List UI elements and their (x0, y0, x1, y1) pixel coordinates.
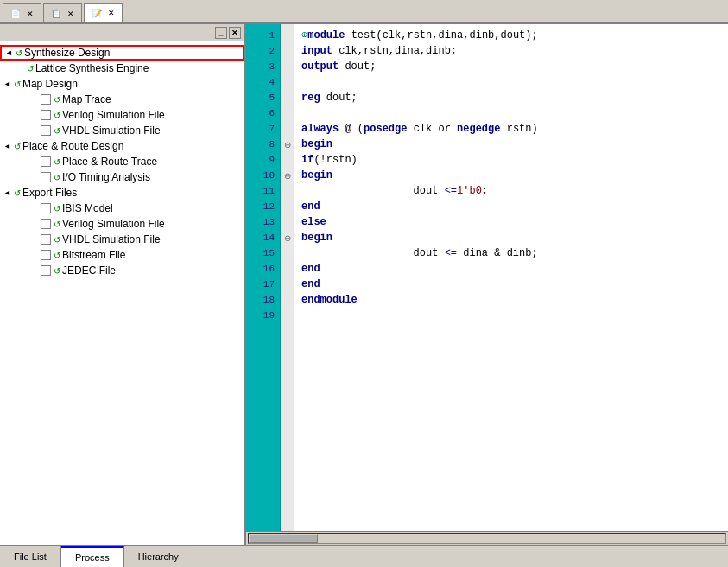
fold-marker-4 (281, 74, 294, 90)
tree-checkbox-ibis-model[interactable] (41, 203, 51, 213)
refresh-icon-export-files: ↺ (14, 188, 21, 198)
tree-arrow-export-files[interactable]: ◄ (3, 188, 11, 197)
bottom-tab-process[interactable]: Process (61, 546, 124, 567)
tab-start-page-close[interactable]: ✕ (27, 10, 34, 18)
code-line-18: endmodule (301, 292, 721, 308)
code-line-6 (301, 105, 721, 121)
fold-marker-5 (281, 90, 294, 105)
tab-bar: 📄 ✕ 📋 ✕ 📝 ✕ (0, 0, 728, 24)
fold-marker-6 (281, 105, 294, 121)
panel-close-button[interactable]: ✕ (229, 27, 241, 39)
refresh-icon-bitstream-file: ↺ (54, 251, 60, 260)
line-number-2: 2 (246, 43, 275, 59)
tree-arrow-synthesize-design[interactable]: ◄ (5, 48, 13, 57)
tree-item-place-route-design[interactable]: ◄↺Place & Route Design (0, 138, 244, 154)
tree-item-vhdl-sim-file-2[interactable]: ↺VHDL Simulation File (0, 232, 244, 247)
code-line-7: always @ (posedge clk or negedge rstn) (301, 121, 721, 137)
fold-marker-13 (281, 214, 294, 230)
tree-checkbox-bitstream-file[interactable] (41, 250, 51, 260)
line-number-7: 7 (246, 121, 275, 137)
code-line-4 (301, 74, 721, 90)
tree-label-bitstream-file: Bitstream File (62, 249, 125, 261)
line-number-14: 14 (246, 230, 275, 245)
refresh-icon-jedec-file: ↺ (54, 266, 60, 276)
tree-label-lattice-synthesis-engine: Lattice Synthesis Engine (35, 62, 149, 74)
bottom-tab-hierarchy[interactable]: Hierarchy (124, 546, 193, 567)
tree-label-map-design: Map Design (22, 78, 78, 90)
code-area[interactable]: ⊕module test(clk,rstn,dina,dinb,dout); i… (294, 24, 728, 531)
tree-arrow-map-design[interactable]: ◄ (3, 80, 11, 88)
tree-item-bitstream-file[interactable]: ↺Bitstream File (0, 247, 244, 263)
fold-marker-18 (281, 292, 294, 308)
scrollbar-thumb[interactable] (249, 534, 318, 543)
code-line-2: input clk,rstn,dina,dinb; (301, 43, 721, 59)
tree-checkbox-vhdl-sim-file-2[interactable] (41, 234, 51, 245)
refresh-icon-place-route-design: ↺ (14, 142, 21, 151)
fold-marker-15 (281, 245, 294, 261)
bottom-tabs: File ListProcessHierarchy (0, 545, 728, 567)
tree-checkbox-verilog-sim-file-1[interactable] (41, 110, 51, 120)
fold-marker-1 (281, 28, 294, 43)
fold-marker-14[interactable]: ⊖ (281, 230, 294, 245)
tree-label-verilog-sim-file-1: Verilog Simulation File (62, 109, 165, 121)
tree-checkbox-vhdl-sim-file-1[interactable] (41, 125, 51, 136)
line-number-6: 6 (246, 105, 275, 121)
main-container: 📄 ✕ 📋 ✕ 📝 ✕ _ ✕ ◄ (0, 0, 728, 567)
tab-reports[interactable]: 📋 ✕ (43, 3, 82, 22)
code-line-1: ⊕module test(clk,rstn,dina,dinb,dout); (301, 28, 721, 43)
panel-minimize-button[interactable]: _ (215, 27, 227, 39)
code-line-14: begin (301, 230, 721, 245)
scrollbar-track[interactable] (248, 533, 726, 544)
line-number-4: 4 (246, 74, 275, 90)
tree-item-verilog-sim-file-1[interactable]: ↺Verilog Simulation File (0, 107, 244, 123)
refresh-icon-map-design: ↺ (14, 80, 21, 89)
tree-checkbox-map-trace[interactable] (41, 94, 51, 105)
left-panel: _ ✕ ◄↺Synthesize Design↺Lattice Synthesi… (0, 24, 246, 545)
tree-checkbox-place-route-trace[interactable] (41, 156, 51, 167)
tree-label-map-trace: Map Trace (62, 93, 111, 105)
line-number-3: 3 (246, 59, 275, 74)
process-tree: ◄↺Synthesize Design↺Lattice Synthesis En… (0, 41, 244, 545)
refresh-icon-io-timing-analysis: ↺ (54, 173, 60, 182)
tree-arrow-place-route-design[interactable]: ◄ (3, 142, 11, 150)
tree-item-verilog-sim-file-2[interactable]: ↺Verilog Simulation File (0, 216, 244, 232)
tree-item-ibis-model[interactable]: ↺IBIS Model (0, 201, 244, 216)
tree-label-place-route-design: Place & Route Design (22, 140, 123, 152)
tree-checkbox-jedec-file[interactable] (41, 265, 51, 276)
tree-item-jedec-file[interactable]: ↺JEDEC File (0, 263, 244, 278)
tree-item-map-design[interactable]: ◄↺Map Design (0, 76, 244, 92)
tree-checkbox-io-timing-analysis[interactable] (41, 172, 51, 182)
code-line-3: output dout; (301, 59, 721, 74)
panel-title-buttons: _ ✕ (215, 27, 241, 39)
code-line-19 (301, 308, 721, 323)
refresh-icon-ibis-model: ↺ (54, 204, 60, 213)
tree-label-verilog-sim-file-2: Verilog Simulation File (62, 218, 165, 230)
refresh-icon-vhdl-sim-file-1: ↺ (54, 126, 60, 136)
tree-item-lattice-synthesis-engine[interactable]: ↺Lattice Synthesis Engine (0, 61, 244, 76)
bottom-tab-file-list[interactable]: File List (0, 546, 61, 567)
editor-container: 12345678910111213141516171819 ⊖⊖⊖ ⊕modul… (246, 24, 728, 531)
tree-item-synthesize-design[interactable]: ◄↺Synthesize Design (0, 45, 244, 61)
tab-start-page[interactable]: 📄 ✕ (3, 3, 41, 22)
tree-item-vhdl-sim-file-1[interactable]: ↺VHDL Simulation File (0, 123, 244, 138)
tree-item-map-trace[interactable]: ↺Map Trace (0, 92, 244, 107)
tab-reports-close[interactable]: ✕ (67, 10, 74, 18)
tab-test-v[interactable]: 📝 ✕ (84, 3, 123, 22)
tree-label-ibis-model: IBIS Model (62, 202, 113, 214)
tab-test-v-close[interactable]: ✕ (108, 9, 115, 17)
refresh-icon-synthesize-design: ↺ (16, 48, 22, 58)
fold-marker-8[interactable]: ⊖ (281, 137, 294, 152)
fold-marker-11 (281, 183, 294, 199)
editor-scrollbar[interactable] (246, 531, 728, 545)
fold-marker-10[interactable]: ⊖ (281, 168, 294, 183)
tree-item-export-files[interactable]: ◄↺Export Files (0, 185, 244, 201)
line-number-10: 10 (246, 168, 275, 183)
tree-item-io-timing-analysis[interactable]: ↺I/O Timing Analysis (0, 169, 244, 185)
tree-checkbox-verilog-sim-file-2[interactable] (41, 219, 51, 229)
tree-label-jedec-file: JEDEC File (62, 264, 116, 277)
refresh-icon-map-trace: ↺ (54, 95, 60, 105)
fold-marker-19 (281, 308, 294, 323)
line-number-12: 12 (246, 199, 275, 214)
tree-item-place-route-trace[interactable]: ↺Place & Route Trace (0, 154, 244, 169)
tree-label-place-route-trace: Place & Route Trace (62, 156, 157, 168)
